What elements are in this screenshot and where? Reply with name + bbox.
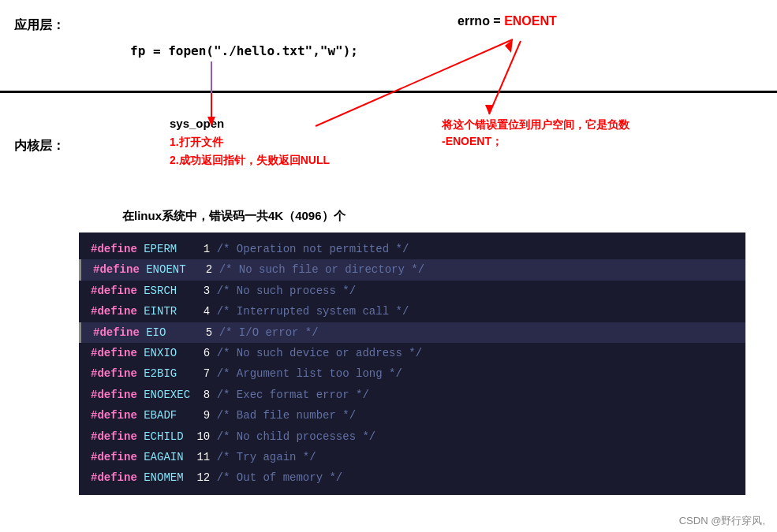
define-num: 1 — [190, 240, 217, 258]
define-name: ENOEXEC — [144, 386, 190, 404]
define-name: ENXIO — [144, 344, 190, 362]
fopen-code: fp = fopen("./hello.txt","w"); — [130, 43, 358, 58]
error-note-line1: 将这个错误置位到用户空间，它是负数 — [442, 117, 629, 133]
arrows-svg — [0, 0, 777, 244]
errno-value: ENOENT — [504, 14, 557, 28]
define-num: 10 — [190, 428, 217, 445]
table-row: #define ENOEXEC 8 /* Exec format error *… — [79, 385, 745, 405]
table-row: #define EINTR 4 /* Interrupted system ca… — [79, 301, 745, 322]
define-comment: /* Operation not permitted */ — [217, 240, 409, 258]
table-row: #define EBADF 9 /* Bad file number */ — [79, 405, 745, 426]
define-comment: /* Out of memory */ — [217, 469, 343, 486]
define-num: 12 — [190, 469, 217, 486]
define-num: 5 — [192, 324, 219, 341]
define-num: 4 — [190, 303, 217, 320]
step1-label: 1.打开文件 — [170, 136, 223, 150]
svg-marker-4 — [505, 39, 513, 53]
sys-open-label: sys_open — [170, 117, 224, 130]
keyword: #define — [91, 407, 144, 424]
keyword: #define — [91, 428, 144, 445]
define-comment: /* No child processes */ — [217, 428, 376, 445]
define-comment: /* Interrupted system call */ — [217, 303, 409, 320]
define-num: 2 — [192, 261, 219, 278]
define-comment: /* Exec format error */ — [217, 386, 369, 404]
keyword: #define — [91, 469, 144, 486]
define-name: ESRCH — [144, 282, 190, 299]
define-num: 3 — [190, 282, 217, 299]
define-num: 9 — [190, 407, 217, 424]
kernel-layer-label: 内核层： — [14, 138, 65, 154]
define-comment: /* No such file or directory */ — [219, 261, 424, 278]
errno-label: errno = ENOENT — [458, 14, 557, 28]
define-comment: /* Argument list too long */ — [217, 365, 402, 382]
keyword: #define — [91, 344, 144, 362]
errno-text: errno = — [458, 14, 504, 28]
define-num: 11 — [190, 448, 217, 466]
code-block: #define EPERM 1 /* Operation not permitt… — [79, 233, 745, 495]
define-num: 7 — [190, 365, 217, 382]
define-name: EPERM — [144, 240, 190, 258]
keyword: #define — [91, 365, 144, 382]
error-note: 将这个错误置位到用户空间，它是负数 -ENOENT； — [442, 117, 629, 150]
table-row: #define ESRCH 3 /* No such process */ — [79, 281, 745, 301]
define-comment: /* Bad file number */ — [217, 407, 356, 424]
keyword: #define — [91, 240, 144, 258]
table-row: #define ENXIO 6 /* No such device or add… — [79, 343, 745, 363]
table-row: #define EPERM 1 /* Operation not permitt… — [79, 239, 745, 259]
table-row: #define EAGAIN 11 /* Try again */ — [79, 447, 745, 467]
app-layer-label: 应用层： — [14, 17, 65, 34]
diagram-area: 应用层： 内核层： fp = fopen("./hello.txt","w");… — [0, 0, 777, 244]
define-name: EBADF — [144, 407, 190, 424]
keyword: #define — [91, 448, 144, 466]
keyword: #define — [91, 303, 144, 320]
define-name: ECHILD — [144, 428, 190, 445]
table-row: #define EIO 5 /* I/O error */ — [79, 322, 745, 343]
define-name: ENOENT — [146, 261, 192, 278]
svg-marker-6 — [485, 105, 493, 114]
table-row: #define ENOENT 2 /* No such file or dire… — [79, 259, 745, 280]
define-name: ENOMEM — [144, 469, 190, 486]
define-name: E2BIG — [144, 365, 190, 382]
divider-line — [0, 91, 777, 93]
keyword: #define — [91, 386, 144, 404]
table-row: #define ECHILD 10 /* No child processes … — [79, 426, 745, 447]
keyword: #define — [93, 261, 146, 278]
define-comment: /* Try again */ — [217, 448, 316, 466]
define-name: EINTR — [144, 303, 190, 320]
step2-label: 2.成功返回指针，失败返回NULL — [170, 154, 330, 168]
define-name: EAGAIN — [144, 448, 190, 466]
define-comment: /* I/O error */ — [219, 324, 319, 341]
define-comment: /* No such process */ — [217, 282, 356, 299]
define-num: 6 — [190, 344, 217, 362]
define-num: 8 — [190, 386, 217, 404]
define-comment: /* No such device or address */ — [217, 344, 422, 362]
svg-line-5 — [489, 41, 521, 114]
table-row: #define E2BIG 7 /* Argument list too lon… — [79, 363, 745, 384]
keyword: #define — [93, 324, 146, 341]
keyword: #define — [91, 282, 144, 299]
csdn-watermark: CSDN @野行穿风, — [679, 514, 765, 528]
linux-note: 在linux系统中，错误码一共4K（4096）个 — [122, 209, 346, 224]
table-row: #define ENOMEM 12 /* Out of memory */ — [79, 467, 745, 488]
define-name: EIO — [146, 324, 192, 341]
error-note-line2: -ENOENT； — [442, 133, 629, 150]
